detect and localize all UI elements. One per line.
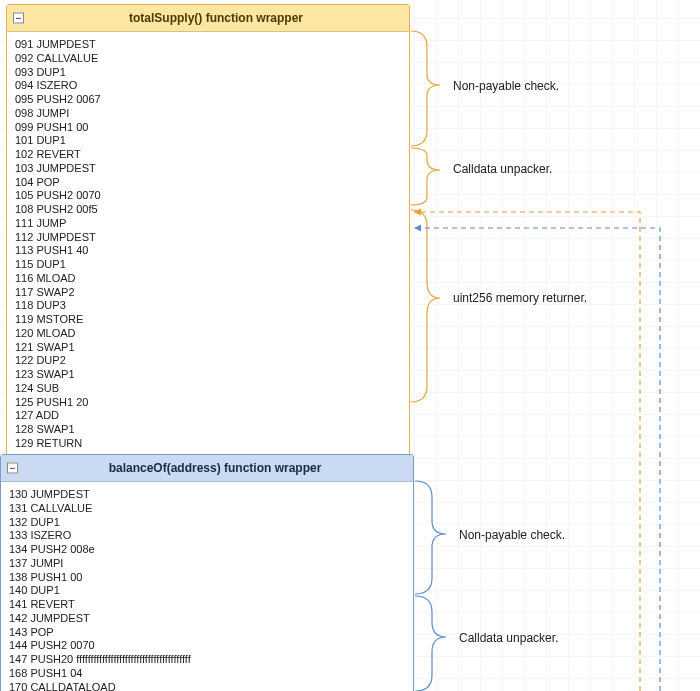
totalsupply-panel: − totalSupply() function wrapper 091 JUM… — [6, 4, 410, 460]
panel-title: balanceOf(address) function wrapper — [109, 461, 322, 475]
instruction-row: 127 ADD — [15, 409, 401, 423]
instruction-row: 141 REVERT — [9, 598, 405, 612]
instruction-row: 128 SWAP1 — [15, 423, 401, 437]
label-nonpayable-2: Non-payable check. — [459, 528, 565, 542]
instruction-row: 130 JUMPDEST — [9, 488, 405, 502]
instruction-row: 099 PUSH1 00 — [15, 121, 401, 135]
instruction-row: 132 DUP1 — [9, 516, 405, 530]
label-nonpayable-1: Non-payable check. — [453, 79, 559, 93]
instruction-list-totalsupply: 091 JUMPDEST092 CALLVALUE093 DUP1094 ISZ… — [7, 32, 409, 459]
instruction-row: 108 PUSH2 00f5 — [15, 203, 401, 217]
instruction-row: 120 MLOAD — [15, 327, 401, 341]
instruction-row: 143 POP — [9, 626, 405, 640]
balanceof-titlebar: − balanceOf(address) function wrapper — [1, 455, 413, 482]
instruction-row: 116 MLOAD — [15, 272, 401, 286]
instruction-row: 111 JUMP — [15, 217, 401, 231]
instruction-row: 144 PUSH2 0070 — [9, 639, 405, 653]
instruction-row: 112 JUMPDEST — [15, 231, 401, 245]
instruction-row: 117 SWAP2 — [15, 286, 401, 300]
instruction-row: 101 DUP1 — [15, 134, 401, 148]
instruction-row: 131 CALLVALUE — [9, 502, 405, 516]
instruction-row: 147 PUSH20 fffffffffffffffffffffffffffff… — [9, 653, 405, 667]
collapse-icon[interactable]: − — [13, 13, 24, 24]
instruction-row: 119 MSTORE — [15, 313, 401, 327]
instruction-row: 098 JUMPI — [15, 107, 401, 121]
instruction-row: 134 PUSH2 008e — [9, 543, 405, 557]
instruction-list-balanceof: 130 JUMPDEST131 CALLVALUE132 DUP1133 ISZ… — [1, 482, 413, 691]
collapse-icon[interactable]: − — [7, 463, 18, 474]
instruction-row: 125 PUSH1 20 — [15, 396, 401, 410]
instruction-row: 129 RETURN — [15, 437, 401, 451]
balanceof-panel: − balanceOf(address) function wrapper 13… — [0, 454, 414, 691]
instruction-row: 140 DUP1 — [9, 584, 405, 598]
instruction-row: 104 POP — [15, 176, 401, 190]
instruction-row: 105 PUSH2 0070 — [15, 189, 401, 203]
label-uint256-ret: uint256 memory returner. — [453, 291, 587, 305]
instruction-row: 137 JUMPI — [9, 557, 405, 571]
instruction-row: 092 CALLVALUE — [15, 52, 401, 66]
instruction-row: 122 DUP2 — [15, 354, 401, 368]
instruction-row: 103 JUMPDEST — [15, 162, 401, 176]
instruction-row: 138 PUSH1 00 — [9, 571, 405, 585]
instruction-row: 133 ISZERO — [9, 529, 405, 543]
instruction-row: 124 SUB — [15, 382, 401, 396]
instruction-row: 093 DUP1 — [15, 66, 401, 80]
panel-title: totalSupply() function wrapper — [129, 11, 303, 25]
label-calldata-1: Calldata unpacker. — [453, 162, 552, 176]
instruction-row: 142 JUMPDEST — [9, 612, 405, 626]
instruction-row: 123 SWAP1 — [15, 368, 401, 382]
instruction-row: 091 JUMPDEST — [15, 38, 401, 52]
instruction-row: 115 DUP1 — [15, 258, 401, 272]
instruction-row: 168 PUSH1 04 — [9, 667, 405, 681]
instruction-row: 094 ISZERO — [15, 79, 401, 93]
instruction-row: 102 REVERT — [15, 148, 401, 162]
instruction-row: 113 PUSH1 40 — [15, 244, 401, 258]
instruction-row: 118 DUP3 — [15, 299, 401, 313]
instruction-row: 121 SWAP1 — [15, 341, 401, 355]
instruction-row: 095 PUSH2 0067 — [15, 93, 401, 107]
totalsupply-titlebar: − totalSupply() function wrapper — [7, 5, 409, 32]
instruction-row: 170 CALLDATALOAD — [9, 681, 405, 692]
label-calldata-2: Calldata unpacker. — [459, 631, 558, 645]
